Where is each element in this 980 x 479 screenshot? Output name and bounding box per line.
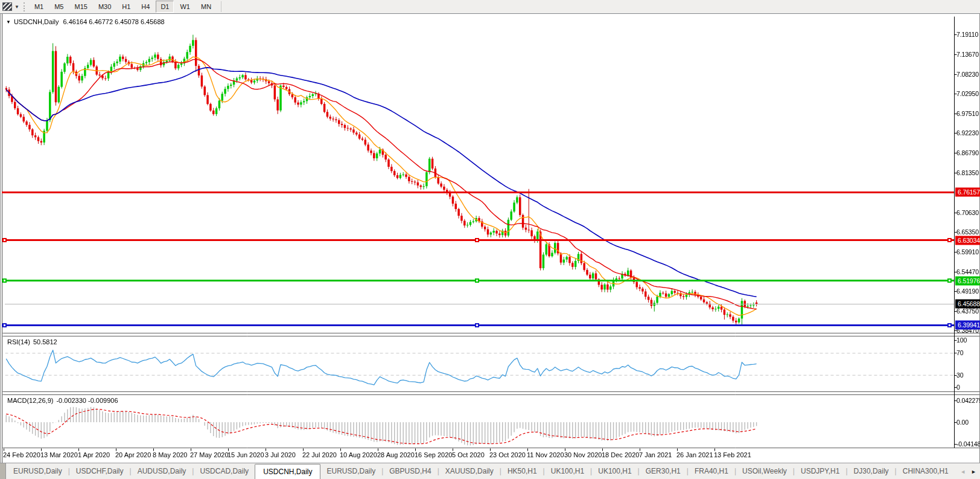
price-axis-tick: 7.08230 <box>956 71 979 78</box>
tab-uk100-h1-10[interactable]: UK100,H1 <box>592 463 637 479</box>
toolbar-grip[interactable] <box>24 2 25 11</box>
collapse-triangle-icon[interactable]: ▼ <box>6 19 11 25</box>
timeframe-button-d1[interactable]: D1 <box>156 1 174 13</box>
price-axis-tick: 6.81350 <box>956 169 979 176</box>
tab-usdcnh-daily-4[interactable]: USDCNH,Daily <box>255 464 320 479</box>
line-handle[interactable] <box>947 238 952 242</box>
date-axis-label-13-feb-2021: 13 Feb 2021 <box>714 451 751 458</box>
date-axis-label-11-nov-2020: 11 Nov 2020 <box>527 451 564 458</box>
price-axis-tick: 6.65350 <box>956 228 979 236</box>
line-handle[interactable] <box>475 238 479 242</box>
price-axis-tick: 6.86790 <box>956 149 979 156</box>
price-line-label-6.39941: 6.39941 <box>955 321 980 330</box>
toolbar-separator <box>221 1 221 12</box>
macd-axis-tick: 0.042275 <box>956 397 980 404</box>
timeframe-button-h1[interactable]: H1 <box>117 1 135 13</box>
timeframe-button-m1[interactable]: M1 <box>30 1 48 13</box>
tab-ger30-h1-11[interactable]: GER30,H1 <box>640 463 687 479</box>
price-axis-tick: 6.92230 <box>956 129 979 137</box>
tab-audusd-daily-2[interactable]: AUDUSD,Daily <box>132 463 192 479</box>
macd-axis-tick: 0.00 <box>956 419 969 426</box>
tab-eurusd-daily-5[interactable]: EURUSD,Daily <box>320 463 381 479</box>
timeframe-button-m15[interactable]: M15 <box>69 1 92 13</box>
tab-scroll-left-icon[interactable]: ◄ <box>960 469 966 475</box>
tab-scroll-right-icon[interactable]: ► <box>971 469 976 475</box>
horizontal-line-6.76157[interactable] <box>2 191 954 193</box>
price-axis-tick: 6.43750 <box>956 307 979 315</box>
date-axis-label-13-mar-2020: 13 Mar 2020 <box>40 451 78 458</box>
macd-axis-tick: -0.04148 <box>956 440 980 448</box>
macd-name: MACD(12,26,9) <box>7 397 53 404</box>
rsi-value: 50.5812 <box>33 338 57 346</box>
tab-usdjpy-h1-14[interactable]: USDJPY,H1 <box>795 463 845 479</box>
date-axis-label-26-jan-2021: 26 Jan 2021 <box>676 451 713 458</box>
tab-china300-h1-16[interactable]: CHINA300,H1 <box>897 463 955 479</box>
date-axis-label-18-dec-2020: 18 Dec 2020 <box>602 451 639 458</box>
tab-xauusd-daily-7[interactable]: XAUUSD,Daily <box>439 463 500 479</box>
price-axis-tick: 7.02950 <box>956 90 979 97</box>
bid-price-line <box>5 304 954 304</box>
line-handle[interactable] <box>947 323 952 327</box>
price-line-label-6.63034: 6.63034 <box>955 236 980 245</box>
line-handle[interactable] <box>2 278 7 283</box>
macd-values: -0.002330 -0.009906 <box>56 397 118 404</box>
timeframe-button-w1[interactable]: W1 <box>175 1 195 13</box>
tab-bar-corner <box>0 463 6 479</box>
tab-hk50-h1-8[interactable]: HK50,H1 <box>501 463 543 479</box>
price-axis-tick: 6.49190 <box>956 288 979 295</box>
line-handle[interactable] <box>475 278 479 283</box>
rsi-indicator-label: RSI(14)50.5812 <box>7 338 57 346</box>
chart-ohlc-values: 6.46164 6.46772 6.45078 6.45688 <box>63 18 164 25</box>
line-handle[interactable] <box>947 278 952 283</box>
tab-scroll-controls: ◄ ► <box>954 463 980 479</box>
tab-fra40-h1-12[interactable]: FRA40,H1 <box>689 463 734 479</box>
tab-list: EURUSD,Daily|USDCHF,Daily|AUDUSD,Daily|U… <box>6 463 974 479</box>
date-axis-label-15-jun-2020: 15 Jun 2020 <box>228 451 264 458</box>
chart-tab-bar: EURUSD,Daily|USDCHF,Daily|AUDUSD,Daily|U… <box>0 463 980 479</box>
tab-uk100-h1-9[interactable]: UK100,H1 <box>545 463 590 479</box>
rsi-axis-tick: 100 <box>956 336 967 344</box>
tab-gbpusd-h4-6[interactable]: GBPUSD,H4 <box>383 463 437 479</box>
tab-usoil-weekly-13[interactable]: USOil,Weekly <box>736 463 793 479</box>
tab-usdcad-daily-3[interactable]: USDCAD,Daily <box>194 463 255 479</box>
chart-symbol-period: USDCNH,Daily <box>14 18 59 25</box>
price-axis-tick: 6.54470 <box>956 268 979 275</box>
mt4-terminal: { "toolbar": { "timeframes": ["M1","M5",… <box>0 0 980 479</box>
rsi-axis-tick: 70 <box>956 349 963 356</box>
chart-title: ▼USDCNH,Daily6.46164 6.46772 6.45078 6.4… <box>6 18 165 25</box>
date-axis-label-24-feb-2020: 24 Feb 2020 <box>3 451 40 458</box>
chevron-down-icon[interactable]: ▼ <box>14 0 19 14</box>
charts-toolbar-icon[interactable] <box>2 2 12 11</box>
price-axis-tick: 6.59910 <box>956 248 979 256</box>
date-axis-label-10-aug-2020: 10 Aug 2020 <box>340 451 377 458</box>
date-axis-label-1-apr-2020: 1 Apr 2020 <box>78 451 110 458</box>
tab-eurusd-daily-0[interactable]: EURUSD,Daily <box>7 463 68 479</box>
price-line-label-6.51976: 6.51976 <box>955 276 980 285</box>
rsi-axis-tick: 30 <box>956 371 963 379</box>
date-axis-label-20-apr-2020: 20 Apr 2020 <box>115 451 151 458</box>
tab-usdchf-daily-1[interactable]: USDCHF,Daily <box>70 463 130 479</box>
price-axis-tick: 7.19110 <box>956 31 978 38</box>
timeframe-button-h4[interactable]: H4 <box>136 1 154 13</box>
price-axis-tick: 6.70630 <box>956 209 979 216</box>
date-axis-label-27-may-2020: 27 May 2020 <box>190 451 229 458</box>
date-axis-label-7-jan-2021: 7 Jan 2021 <box>639 451 672 458</box>
date-axis-label-3-jul-2020: 3 Jul 2020 <box>265 451 296 458</box>
date-axis-label-22-jul-2020: 22 Jul 2020 <box>302 451 337 458</box>
tab-dj30-daily-15[interactable]: DJ30,Daily <box>848 463 895 479</box>
current-price-label: 6.45688 <box>955 300 980 309</box>
macd-indicator-label: MACD(12,26,9)-0.002330 -0.009906 <box>7 397 118 404</box>
timeframe-button-m30[interactable]: M30 <box>94 1 116 13</box>
rsi-axis-tick: 0 <box>956 384 960 391</box>
line-handle[interactable] <box>2 323 7 327</box>
date-axis-label-16-sep-2020: 16 Sep 2020 <box>415 451 452 458</box>
line-handle[interactable] <box>2 238 7 242</box>
timeframe-button-m5[interactable]: M5 <box>49 1 68 13</box>
line-handle[interactable] <box>475 323 479 327</box>
date-axis-label-30-nov-2020: 30 Nov 2020 <box>564 451 602 458</box>
price-axis-tick: 7.13670 <box>956 51 979 58</box>
date-axis-label-23-oct-2020: 23 Oct 2020 <box>489 451 526 458</box>
timeframe-button-mn[interactable]: MN <box>196 1 216 13</box>
timeframe-button-group: M1M5M15M30H1H4D1W1MN <box>29 1 217 13</box>
timeframe-toolbar: ▼ M1M5M15M30H1H4D1W1MN <box>0 0 980 14</box>
